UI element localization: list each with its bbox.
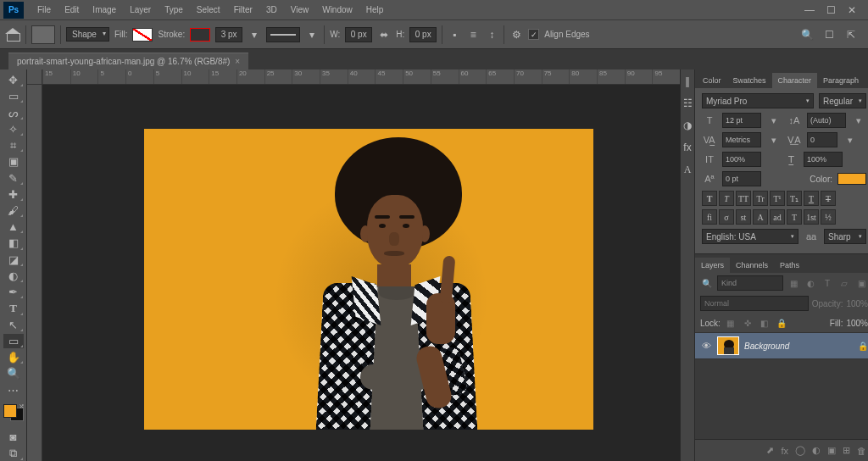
font-size-input[interactable]: 12 pt	[722, 113, 761, 128]
layer-thumbnail[interactable]	[717, 336, 739, 355]
dropdown-icon[interactable]: ▾	[843, 132, 858, 147]
menu-image[interactable]: Image	[86, 1, 123, 19]
menu-filter[interactable]: Filter	[227, 1, 259, 19]
frame-tool[interactable]: ▣	[3, 154, 24, 169]
glyph-icon[interactable]: A	[681, 163, 694, 176]
gear-icon[interactable]: ⚙	[509, 28, 523, 42]
history-icon[interactable]: ‖	[681, 75, 694, 88]
hscale-input[interactable]: 100%	[804, 152, 843, 167]
menu-select[interactable]: Select	[190, 1, 227, 19]
tab-layers[interactable]: Layers	[695, 258, 730, 273]
lock-icon[interactable]: 🔒	[858, 342, 868, 351]
brush-tool[interactable]: 🖌	[3, 203, 24, 218]
magic-wand-tool[interactable]: ✧	[3, 122, 24, 136]
delete-icon[interactable]: 🗑	[857, 446, 866, 456]
edit-toolbar[interactable]: ⋯	[3, 382, 24, 397]
text-color-swatch[interactable]	[837, 173, 866, 185]
hand-tool[interactable]: ✋	[3, 350, 24, 364]
antialias-select[interactable]: Sharp	[824, 229, 866, 244]
lock-position-icon[interactable]: ✜	[741, 316, 754, 330]
stroke-width-input[interactable]: 3 px	[215, 27, 242, 42]
ot-ordinals[interactable]: 1st	[804, 209, 819, 225]
dodge-tool[interactable]: ◐	[3, 269, 24, 283]
tab-channels[interactable]: Channels	[730, 258, 774, 273]
language-select[interactable]: English: USA	[702, 229, 798, 244]
align-icon[interactable]: ≡	[466, 28, 480, 42]
ot-discretionary[interactable]: st	[736, 209, 751, 225]
underline[interactable]: T	[804, 191, 819, 206]
clone-tool[interactable]: ▲	[3, 219, 24, 234]
arrange-icon[interactable]: ↕	[485, 28, 498, 42]
healing-tool[interactable]: ✚	[3, 187, 24, 202]
tool-preset[interactable]	[31, 25, 55, 44]
workspace-icon[interactable]: ⇱	[844, 28, 858, 42]
style-icon[interactable]: fx	[681, 141, 694, 154]
tab-paragraph[interactable]: Paragraph	[817, 73, 865, 88]
all-caps[interactable]: TT	[736, 191, 751, 206]
marquee-tool[interactable]: ▭	[3, 89, 24, 103]
visibility-icon[interactable]: 👁	[700, 340, 712, 352]
ot-swash[interactable]: A	[753, 209, 768, 225]
ruler-horizontal[interactable]: 1510 50 510 1520 2530 3540 4550 5560 657…	[42, 69, 680, 85]
layer-name[interactable]: Background	[744, 342, 853, 351]
menu-view[interactable]: View	[284, 1, 316, 19]
lock-all-icon[interactable]: 🔒	[775, 316, 788, 330]
new-layer-icon[interactable]: ⊞	[843, 445, 850, 456]
menu-layer[interactable]: Layer	[123, 1, 158, 19]
link-layers-icon[interactable]: ⬈	[766, 445, 774, 456]
filter-kind-select[interactable]: Kind	[717, 275, 783, 291]
tab-paths[interactable]: Paths	[774, 258, 805, 273]
dropdown-icon[interactable]: ▾	[766, 113, 782, 128]
eraser-tool[interactable]: ◧	[3, 236, 24, 250]
ot-contextual[interactable]: σ	[719, 209, 734, 225]
type-tool[interactable]: T	[3, 301, 24, 315]
share-icon[interactable]: ☐	[822, 28, 836, 42]
faux-bold[interactable]: T	[702, 191, 717, 206]
link-icon[interactable]: ⬌	[377, 28, 391, 42]
close-button[interactable]: ✕	[848, 4, 856, 16]
path-select-tool[interactable]: ↖	[3, 318, 24, 332]
crop-tool[interactable]: ⌗	[3, 138, 24, 153]
tab-swatches[interactable]: Swatches	[727, 73, 772, 88]
superscript[interactable]: T¹	[770, 191, 785, 206]
shape-tool[interactable]: ▭	[3, 334, 24, 348]
minimize-button[interactable]: —	[804, 4, 815, 16]
foreground-color[interactable]	[3, 404, 17, 418]
ot-stylistic[interactable]: ad	[770, 209, 785, 225]
search-icon[interactable]: 🔍	[800, 28, 814, 42]
brushes-icon[interactable]: ☷	[681, 97, 694, 110]
close-tab-icon[interactable]: ×	[235, 57, 240, 66]
tab-character[interactable]: Character	[772, 73, 818, 88]
maximize-button[interactable]: ☐	[826, 4, 836, 16]
ot-ligatures[interactable]: fi	[702, 209, 717, 225]
baseline-input[interactable]: 0 pt	[722, 171, 761, 186]
tracking-input[interactable]: 0	[807, 132, 837, 147]
path-ops-icon[interactable]: ▪	[448, 28, 461, 42]
filter-adjust-icon[interactable]: ◐	[804, 276, 817, 290]
stroke-swatch[interactable]	[190, 28, 210, 42]
chevron-down-icon[interactable]: ▾	[305, 28, 319, 42]
menu-type[interactable]: Type	[158, 1, 190, 19]
zoom-tool[interactable]: 🔍	[3, 366, 24, 380]
font-style-select[interactable]: Regular	[819, 93, 866, 108]
menu-window[interactable]: Window	[315, 1, 359, 19]
kerning-input[interactable]: Metrics	[722, 132, 761, 147]
small-caps[interactable]: Tr	[753, 191, 768, 206]
filter-smart-icon[interactable]: ▣	[854, 276, 868, 290]
tab-color[interactable]: Color	[697, 73, 727, 88]
filter-type-icon[interactable]: T	[821, 276, 834, 290]
menu-help[interactable]: Help	[359, 1, 391, 19]
mask-icon[interactable]: ◯	[795, 445, 805, 456]
move-tool[interactable]: ✥	[3, 73, 24, 87]
menu-3d[interactable]: 3D	[259, 1, 284, 19]
ot-titling[interactable]: T	[787, 209, 802, 225]
subscript[interactable]: T₁	[787, 191, 802, 206]
menu-file[interactable]: File	[31, 1, 58, 19]
menu-edit[interactable]: Edit	[58, 1, 86, 19]
document-viewport[interactable]	[42, 85, 680, 461]
width-input[interactable]: 0 px	[345, 27, 372, 42]
lock-pixels-icon[interactable]: ▦	[724, 316, 737, 330]
fx-icon[interactable]: fx	[781, 446, 788, 456]
leading-input[interactable]: (Auto)	[807, 113, 846, 128]
lasso-tool[interactable]: ᔕ	[3, 105, 24, 119]
